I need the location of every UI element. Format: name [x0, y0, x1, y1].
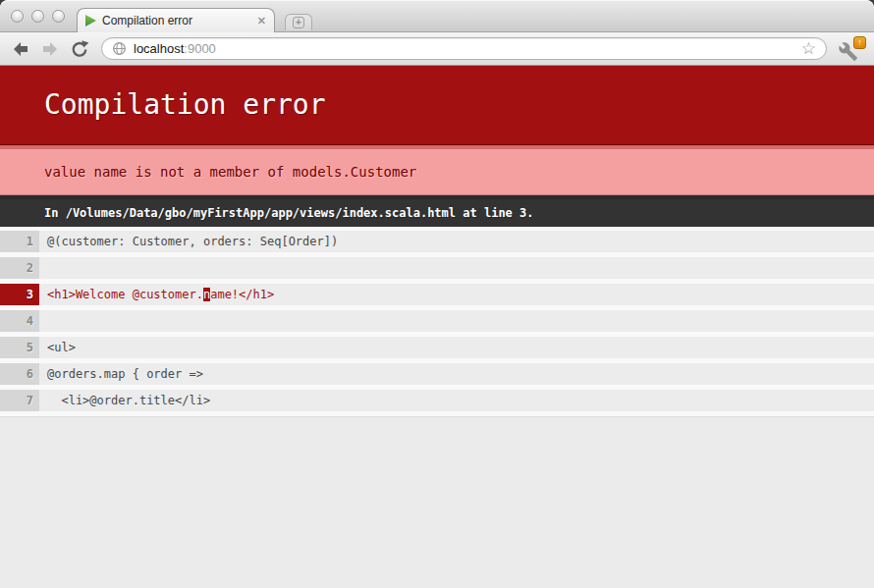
globe-icon [112, 41, 127, 56]
line-code: @orders.map { order => [39, 363, 874, 385]
line-number: 5 [0, 337, 39, 358]
code-line-6: 6 @orders.map { order => [0, 363, 874, 385]
page-content: Compilation error value name is not a me… [0, 66, 874, 588]
reload-icon [70, 39, 89, 59]
navigation-toolbar: localhost:9000 ☆ ↑ [0, 32, 874, 66]
code-line-4: 4 [0, 310, 874, 332]
line-number: 1 [0, 231, 39, 252]
back-arrow-icon [11, 39, 30, 59]
code-line-2: 2 [0, 257, 874, 279]
wrench-menu-button[interactable]: ↑ [835, 34, 866, 64]
code-after-marker: ame!</h1> [210, 288, 274, 301]
reload-button[interactable] [67, 36, 92, 62]
code-line-7: 7 <li>@order.title</li> [0, 390, 874, 411]
address-bar-input[interactable]: localhost:9000 ☆ [101, 37, 827, 60]
address-bar-url: localhost:9000 [134, 41, 216, 56]
update-badge-icon: ↑ [853, 36, 866, 49]
tab-title: Compilation error [102, 14, 192, 27]
line-code: <h1>Welcome @customer.name!</h1> [39, 284, 874, 305]
window-close-button[interactable] [11, 10, 24, 23]
tab-close-icon[interactable]: ✕ [257, 16, 266, 27]
line-code: @(customer: Customer, orders: Seq[Order]… [39, 231, 874, 252]
forward-button[interactable] [37, 36, 63, 62]
window-controls [11, 10, 65, 23]
line-code: <li>@order.title</li> [39, 390, 874, 411]
browser-window: Compilation error ✕ + [0, 0, 874, 588]
line-number: 7 [0, 390, 39, 411]
error-location: In /Volumes/Data/gbo/myFirstApp/app/view… [0, 195, 874, 227]
line-code [39, 310, 874, 332]
back-button[interactable] [8, 36, 33, 62]
url-port: :9000 [184, 41, 216, 56]
code-before-marker: <h1>Welcome @customer. [47, 288, 203, 301]
error-detail: value name is not a member of models.Cus… [0, 145, 874, 195]
url-host: localhost [134, 41, 184, 56]
titlebar: Compilation error ✕ + [0, 0, 874, 32]
code-line-5: 5 <ul> [0, 337, 874, 358]
play-framework-favicon-icon [85, 15, 96, 27]
page-title: Compilation error [0, 66, 874, 145]
browser-tab[interactable]: Compilation error ✕ [77, 8, 275, 32]
code-line-3-error: 3 <h1>Welcome @customer.name!</h1> [0, 284, 874, 305]
code-listing: 1 @(customer: Customer, orders: Seq[Orde… [0, 227, 874, 416]
bookmark-star-icon[interactable]: ☆ [801, 40, 816, 57]
page-background [0, 416, 874, 588]
line-code [39, 257, 874, 279]
plus-icon: + [293, 17, 304, 28]
line-number: 2 [0, 257, 39, 279]
line-code: <ul> [39, 337, 874, 358]
code-line-1: 1 @(customer: Customer, orders: Seq[Orde… [0, 231, 874, 252]
new-tab-button[interactable]: + [285, 14, 312, 30]
window-zoom-button[interactable] [52, 10, 65, 23]
line-number: 6 [0, 363, 39, 385]
forward-arrow-icon [40, 39, 60, 59]
window-minimize-button[interactable] [31, 10, 44, 23]
line-number: 4 [0, 310, 39, 332]
line-number: 3 [0, 284, 39, 305]
